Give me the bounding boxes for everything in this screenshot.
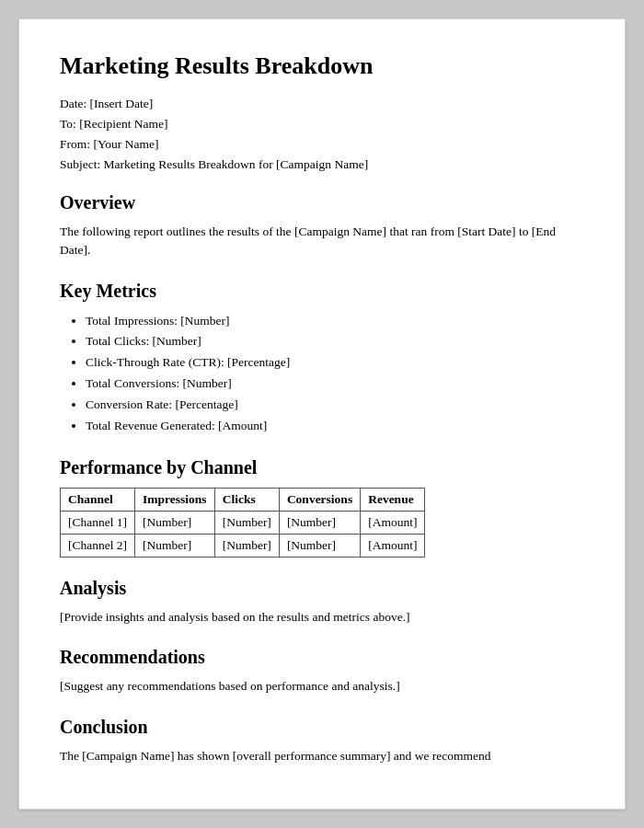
meta-from: From: [Your Name] bbox=[60, 137, 584, 152]
cell-channel-1: [Channel 1] bbox=[61, 512, 135, 535]
col-impressions: Impressions bbox=[135, 489, 215, 512]
performance-table: Channel Impressions Clicks Conversions R… bbox=[60, 488, 425, 558]
list-item: Total Revenue Generated: [Amount] bbox=[86, 416, 584, 437]
meta-date: Date: [Insert Date] bbox=[60, 97, 584, 111]
analysis-heading: Analysis bbox=[60, 578, 584, 599]
meta-subject: Subject: Marketing Results Breakdown for… bbox=[60, 157, 584, 172]
overview-heading: Overview bbox=[60, 192, 584, 213]
cell-impressions-2: [Number] bbox=[135, 535, 215, 558]
overview-body: The following report outlines the result… bbox=[60, 223, 584, 260]
col-revenue: Revenue bbox=[361, 489, 425, 512]
key-metrics-list: Total Impressions: [Number] Total Clicks… bbox=[86, 311, 584, 438]
performance-heading: Performance by Channel bbox=[60, 457, 584, 478]
list-item: Total Impressions: [Number] bbox=[86, 311, 584, 332]
cell-conversions-1: [Number] bbox=[279, 512, 360, 535]
key-metrics-heading: Key Metrics bbox=[60, 281, 584, 302]
cell-impressions-1: [Number] bbox=[135, 512, 215, 535]
cell-clicks-2: [Number] bbox=[214, 535, 279, 558]
cell-clicks-1: [Number] bbox=[214, 512, 279, 535]
col-channel: Channel bbox=[61, 489, 135, 512]
document-page: Marketing Results Breakdown Date: [Inser… bbox=[18, 18, 626, 810]
cell-revenue-1: [Amount] bbox=[361, 512, 425, 535]
col-conversions: Conversions bbox=[279, 489, 360, 512]
list-item: Total Clicks: [Number] bbox=[86, 331, 584, 352]
document-title: Marketing Results Breakdown bbox=[60, 52, 584, 80]
list-item: Total Conversions: [Number] bbox=[86, 374, 584, 395]
table-row: [Channel 2] [Number] [Number] [Number] [… bbox=[61, 535, 425, 558]
conclusion-body: The [Campaign Name] has shown [overall p… bbox=[60, 747, 584, 765]
cell-channel-2: [Channel 2] bbox=[61, 535, 135, 558]
recommendations-heading: Recommendations bbox=[60, 647, 584, 668]
cell-revenue-2: [Amount] bbox=[361, 535, 425, 558]
col-clicks: Clicks bbox=[214, 489, 279, 512]
table-header-row: Channel Impressions Clicks Conversions R… bbox=[61, 489, 425, 512]
conclusion-heading: Conclusion bbox=[60, 717, 584, 738]
list-item: Conversion Rate: [Percentage] bbox=[86, 395, 584, 416]
meta-to: To: [Recipient Name] bbox=[60, 117, 584, 132]
list-item: Click-Through Rate (CTR): [Percentage] bbox=[86, 352, 584, 374]
table-row: [Channel 1] [Number] [Number] [Number] [… bbox=[61, 512, 425, 535]
cell-conversions-2: [Number] bbox=[279, 535, 360, 558]
recommendations-body: [Suggest any recommendations based on pe… bbox=[60, 677, 584, 696]
analysis-body: [Provide insights and analysis based on … bbox=[60, 608, 584, 627]
